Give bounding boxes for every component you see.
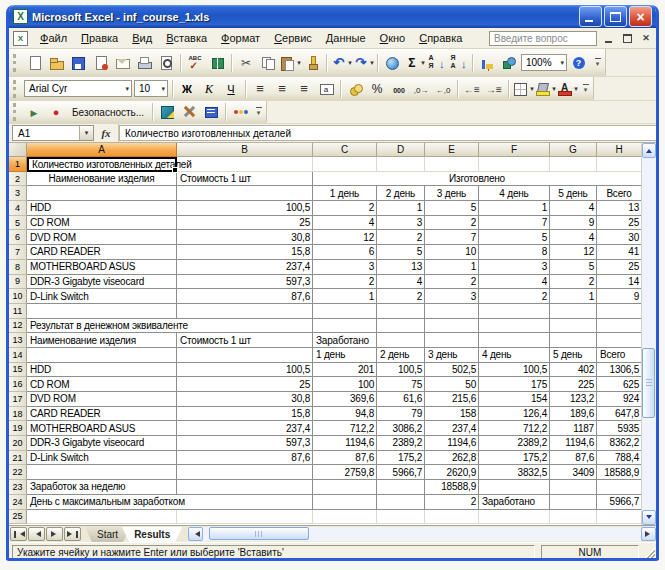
cell-G13[interactable] <box>550 333 597 348</box>
cell-A13[interactable]: Наименование изделия <box>27 333 177 348</box>
new-button[interactable] <box>23 52 45 74</box>
cell-G20[interactable]: 1194,6 <box>550 436 597 451</box>
cell-F12[interactable] <box>479 319 550 334</box>
cell-D12[interactable] <box>377 319 425 334</box>
cell-D10[interactable]: 2 <box>377 289 425 304</box>
cell-A21[interactable]: D-Link Switch <box>27 451 177 466</box>
cell-B3[interactable] <box>177 186 313 201</box>
cell-A5[interactable]: CD ROM <box>27 216 177 231</box>
menu-формат[interactable]: Формат <box>214 30 267 46</box>
select-all-corner[interactable] <box>9 143 27 157</box>
cell-D8[interactable]: 13 <box>377 260 425 275</box>
cell-G11[interactable] <box>550 304 597 319</box>
cell-H17[interactable]: 924 <box>597 392 642 407</box>
cell-C15[interactable]: 201 <box>313 363 377 378</box>
merge-center-button[interactable] <box>315 78 337 100</box>
cell-C3[interactable]: 1 день <box>313 186 377 201</box>
cell-F23[interactable] <box>479 480 550 495</box>
workbook-icon[interactable]: X <box>13 31 28 46</box>
row-header-10[interactable]: 10 <box>9 289 27 304</box>
cell-G24[interactable] <box>550 495 597 510</box>
cell-A22[interactable] <box>27 465 177 480</box>
toolbar-drag-handle[interactable] <box>13 80 20 98</box>
cell-C17[interactable]: 369,6 <box>313 392 377 407</box>
cell-H12[interactable] <box>597 319 642 334</box>
cell-F5[interactable]: 7 <box>479 216 550 231</box>
cell-A25[interactable] <box>27 510 177 525</box>
cell-E22[interactable]: 2620,9 <box>425 465 479 480</box>
cell-A3[interactable] <box>27 186 177 201</box>
horizontal-scroll-track[interactable] <box>203 527 641 541</box>
cell-D4[interactable]: 1 <box>377 201 425 216</box>
font-color-dropdown-icon[interactable]: ▾ <box>574 85 578 93</box>
spelling-button[interactable] <box>184 52 206 74</box>
row-header-17[interactable]: 17 <box>9 392 27 407</box>
cell-G5[interactable]: 9 <box>550 216 597 231</box>
cell-G1[interactable] <box>550 157 597 172</box>
percent-button[interactable] <box>366 78 388 100</box>
sort-ascending-button[interactable] <box>425 52 447 74</box>
question-box-input[interactable]: Введите вопрос <box>489 31 597 46</box>
column-header-B[interactable]: B <box>177 143 313 157</box>
cell-H19[interactable]: 5935 <box>597 421 642 436</box>
cell-B18[interactable]: 15,8 <box>177 407 313 422</box>
cell-G8[interactable]: 5 <box>550 260 597 275</box>
row-header-15[interactable]: 15 <box>9 363 27 378</box>
cell-C13[interactable]: Заработано <box>313 333 377 348</box>
name-box-dropdown-icon[interactable]: ▾ <box>79 126 93 140</box>
cell-D24[interactable] <box>377 495 425 510</box>
cell-H13[interactable] <box>597 333 642 348</box>
horizontal-scrollbar[interactable] <box>188 527 656 541</box>
previous-sheet-button[interactable] <box>28 527 45 541</box>
menu-файл[interactable]: Файл <box>33 30 74 46</box>
cell-F18[interactable]: 126,4 <box>479 407 550 422</box>
cell-C1[interactable] <box>313 157 377 172</box>
cell-H4[interactable]: 13 <box>597 201 642 216</box>
cell-B16[interactable]: 25 <box>177 377 313 392</box>
cell-D23[interactable] <box>377 480 425 495</box>
cell-D13[interactable] <box>377 333 425 348</box>
cell-E20[interactable]: 1194,6 <box>425 436 479 451</box>
cell-E18[interactable]: 158 <box>425 407 479 422</box>
cut-button[interactable] <box>235 52 257 74</box>
copy-button[interactable] <box>257 52 279 74</box>
cell-D7[interactable]: 5 <box>377 245 425 260</box>
cell-C7[interactable]: 6 <box>313 245 377 260</box>
cell-H1[interactable] <box>597 157 642 172</box>
cell-G12[interactable] <box>550 319 597 334</box>
cell-E11[interactable] <box>425 304 479 319</box>
cell-F17[interactable]: 154 <box>479 392 550 407</box>
window-restore-button[interactable] <box>619 31 635 45</box>
insert-hyperlink-button[interactable] <box>381 52 403 74</box>
cell-E6[interactable]: 7 <box>425 230 479 245</box>
cell-C22[interactable]: 2759,8 <box>313 465 377 480</box>
cell-B11[interactable] <box>177 304 313 319</box>
scroll-right-icon[interactable] <box>641 527 656 541</box>
cell-G6[interactable]: 4 <box>550 230 597 245</box>
name-box[interactable]: A1 ▾ <box>12 125 94 141</box>
toolbar-options-icon[interactable] <box>253 102 264 122</box>
row-header-6[interactable]: 6 <box>9 230 27 245</box>
cell-C18[interactable]: 94,8 <box>313 407 377 422</box>
cell-D14[interactable]: 2 день <box>377 348 425 363</box>
row-header-22[interactable]: 22 <box>9 465 27 480</box>
currency-button[interactable] <box>344 78 366 100</box>
cell-G3[interactable]: 5 день <box>550 186 597 201</box>
cell-B13[interactable]: Стоимость 1 шт <box>177 333 313 348</box>
font-color-button[interactable]: ▾ <box>556 78 578 100</box>
close-button[interactable] <box>629 6 652 27</box>
row-header-7[interactable]: 7 <box>9 245 27 260</box>
cell-G22[interactable]: 3409 <box>550 465 597 480</box>
cell-A16[interactable]: CD ROM <box>27 377 177 392</box>
zoom-dropdown-icon[interactable]: ▾ <box>556 59 564 67</box>
cell-F7[interactable]: 8 <box>479 245 550 260</box>
maximize-button[interactable] <box>604 6 627 27</box>
cell-E16[interactable]: 50 <box>425 377 479 392</box>
cell-G21[interactable]: 87,6 <box>550 451 597 466</box>
cell-D20[interactable]: 2389,2 <box>377 436 425 451</box>
cell-D1[interactable] <box>377 157 425 172</box>
cell-E14[interactable]: 3 день <box>425 348 479 363</box>
zoom-combo[interactable]: 100%▾ <box>521 54 567 71</box>
next-sheet-button[interactable] <box>46 527 63 541</box>
cell-D25[interactable] <box>377 510 425 525</box>
